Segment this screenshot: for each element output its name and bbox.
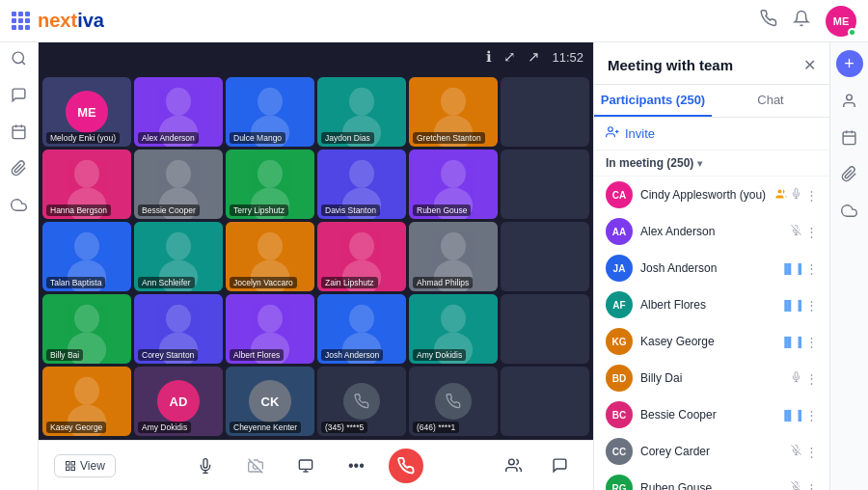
svg-line-52 (249, 458, 263, 473)
svg-point-12 (441, 88, 466, 116)
video-cell-me: MEMelody Enki (you) (42, 77, 131, 147)
tab-chat[interactable]: Chat (712, 85, 829, 117)
view-controls: View (54, 454, 116, 477)
svg-point-34 (74, 305, 99, 333)
video-cell-phone2: (646) ****1 (409, 367, 498, 436)
video-cell-albertf: Albert Flores (226, 294, 314, 364)
participant-name: Bessie Cooper (640, 408, 773, 422)
video-toolbar-top: ℹ ⤢ ↗ 11:52 (39, 42, 593, 71)
video-bottom-bar: View ••• (39, 440, 593, 490)
camera-button[interactable] (238, 449, 273, 483)
app-grid-icon[interactable] (12, 12, 30, 30)
muted-icon (791, 445, 801, 458)
video-grid: MEMelody Enki (you)Alex AndersonDulce Ma… (39, 42, 593, 440)
participant-more-button[interactable]: ⋮ (805, 261, 818, 276)
panel-tabs: Participants (250) Chat (594, 85, 829, 118)
tab-participants[interactable]: Participants (250) (594, 85, 712, 117)
svg-point-40 (349, 305, 374, 333)
sidebar-attachment-icon[interactable] (11, 160, 27, 181)
video-cell-empty1 (501, 77, 589, 147)
svg-point-16 (166, 160, 191, 188)
participant-name: Ruben Gouse (640, 481, 783, 490)
sidebar-right-calendar-icon[interactable] (841, 129, 857, 150)
in-meeting-header[interactable]: In meeting (250) ▾ (594, 150, 829, 177)
sidebar-right-attachment-icon[interactable] (841, 166, 857, 187)
participant-name: Billy Dai (640, 371, 783, 385)
speaking-indicator: ▐▌▐ (781, 410, 801, 421)
more-button[interactable]: ••• (339, 449, 373, 483)
status-indicator (848, 28, 856, 37)
screenshare-button[interactable] (288, 449, 323, 483)
participant-name: Kasey George (640, 335, 773, 348)
participant-more-button[interactable]: ⋮ (805, 335, 818, 349)
sidebar-chat-icon[interactable] (11, 87, 27, 108)
participant-item: BDBilly Dai⋮ (594, 360, 829, 396)
svg-point-24 (74, 232, 99, 260)
video-cell-ruben: Ruben Gouse (409, 150, 498, 219)
info-icon[interactable]: ℹ (486, 48, 492, 66)
expand-icon[interactable]: ⤢ (503, 48, 516, 66)
right-panel: Meeting with team ✕ Participants (250) C… (593, 42, 829, 490)
video-cell-billy: Billy Bai (42, 294, 131, 364)
muted-icon (791, 225, 801, 238)
sidebar-calendar-icon[interactable] (11, 123, 27, 145)
participant-more-button[interactable]: ⋮ (805, 408, 818, 422)
invite-label: Invite (625, 126, 655, 141)
participant-item: CCCorey Carder⋮ (594, 433, 829, 470)
speaking-indicator: ▐▌▐ (781, 337, 801, 347)
participant-item: RGRuben Gouse⋮ (594, 470, 829, 490)
sidebar-right-user-icon[interactable] (841, 93, 857, 114)
svg-point-14 (74, 160, 99, 188)
muted-icon (791, 481, 801, 490)
end-call-button[interactable] (389, 449, 423, 483)
svg-point-56 (509, 459, 515, 465)
participant-item: CACindy Applesworth (you)⋮ (594, 177, 829, 213)
video-cell-empty3 (501, 222, 589, 291)
video-cell-amy: Amy Dokidis (409, 294, 498, 364)
external-icon[interactable]: ↗ (528, 48, 540, 66)
video-cell-talan: Talan Baptista (42, 222, 131, 291)
microphone-button[interactable] (188, 449, 223, 483)
participant-more-button[interactable]: ⋮ (805, 371, 818, 386)
video-cell-bessie: Bessie Cooper (134, 150, 223, 219)
participant-more-button[interactable]: ⋮ (805, 298, 818, 313)
svg-point-8 (258, 88, 283, 116)
invite-button[interactable]: Invite (594, 118, 829, 150)
svg-point-36 (166, 305, 191, 333)
bell-icon[interactable] (793, 10, 810, 32)
svg-point-30 (349, 232, 374, 260)
participant-name: Alex Anderson (640, 225, 783, 238)
user-avatar[interactable]: ME (826, 6, 856, 37)
svg-rect-46 (67, 461, 70, 465)
sidebar-cloud-icon[interactable] (11, 197, 27, 218)
sidebar-right-cloud-icon[interactable] (841, 203, 857, 224)
svg-point-32 (441, 232, 466, 260)
participant-more-button[interactable]: ⋮ (805, 481, 818, 491)
participant-name: Cindy Applesworth (you) (640, 188, 768, 202)
svg-point-22 (441, 160, 466, 188)
svg-point-10 (349, 88, 374, 116)
svg-rect-48 (71, 467, 75, 471)
video-cell-alex: Alex Anderson (134, 77, 223, 147)
chat-button[interactable] (543, 449, 578, 483)
phone-icon[interactable] (760, 10, 777, 32)
svg-rect-83 (843, 132, 855, 145)
video-cell-empty5 (501, 367, 589, 436)
call-controls: ••• (188, 449, 423, 483)
video-cell-empty2 (501, 150, 589, 219)
video-cell-empty4 (501, 294, 589, 364)
participant-more-button[interactable]: ⋮ (805, 445, 818, 459)
participant-more-button[interactable]: ⋮ (805, 225, 818, 239)
video-cell-josh: Josh Anderson (317, 294, 406, 364)
panel-close-button[interactable]: ✕ (803, 56, 816, 74)
svg-point-28 (258, 232, 283, 260)
participant-more-button[interactable]: ⋮ (805, 188, 818, 203)
svg-rect-53 (300, 460, 312, 469)
view-button[interactable]: View (54, 454, 116, 477)
sidebar-search-icon[interactable] (11, 50, 27, 71)
sidebar-right-add-icon[interactable]: + (836, 50, 863, 77)
panel-header: Meeting with team ✕ (594, 42, 829, 85)
mic-icon (791, 371, 801, 385)
participants-button[interactable] (497, 449, 531, 483)
video-cell-dulce: Dulce Mango (226, 77, 314, 147)
